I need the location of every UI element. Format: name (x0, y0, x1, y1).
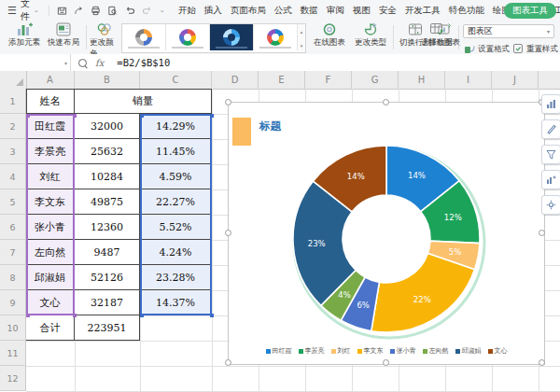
row-header-9[interactable]: 9 (0, 290, 26, 315)
column-header-A[interactable]: A (26, 71, 75, 89)
print-preview-icon[interactable] (107, 6, 118, 16)
tab-chart-tools[interactable]: 图表工具 (504, 3, 556, 19)
legend-item-李景亮[interactable]: 李景亮 (299, 346, 325, 356)
cell-value-8[interactable]: 52126 (75, 265, 140, 290)
selection-handle[interactable] (225, 230, 231, 236)
gallery-scroll[interactable]: ▴▾ (298, 23, 306, 53)
column-header-F[interactable]: F (305, 71, 352, 89)
tab-开始[interactable]: 开始 (178, 5, 196, 17)
cell-pct-2[interactable]: 14.29% (140, 114, 212, 139)
cell-total-label[interactable]: 合计 (26, 315, 75, 341)
row-header-10[interactable]: 10 (0, 315, 26, 341)
chart-element-selector[interactable]: 图表区 ▾ (463, 24, 554, 38)
donut-chart-object[interactable]: 14%12%5%22%6%4%23%14% 标题 田红霞李景亮刘红李文东张小青左… (228, 102, 545, 365)
column-header-H[interactable]: H (399, 71, 445, 89)
cell-pct-6[interactable]: 5.52% (140, 215, 212, 240)
row-header-1[interactable]: 1 (0, 89, 26, 114)
redo-icon[interactable] (142, 6, 153, 16)
cell-total-value[interactable]: 223951 (75, 315, 140, 341)
cell-pct-7[interactable]: 4.24% (140, 240, 212, 265)
save-icon[interactable] (57, 6, 67, 16)
name-box[interactable]: ▾ (0, 54, 71, 71)
quick-layout-button[interactable]: 快速布局 (45, 22, 82, 49)
legend-item-邱淑娟[interactable]: 邱淑娟 (455, 346, 482, 356)
selection-handle[interactable] (225, 359, 231, 366)
zoom-search-icon[interactable] (78, 59, 87, 67)
row-header-4[interactable]: 4 (0, 164, 26, 189)
cell-value-7[interactable]: 9487 (75, 240, 140, 265)
print-icon[interactable] (91, 6, 101, 16)
tab-开发工具[interactable]: 开发工具 (405, 5, 441, 17)
column-header-B[interactable]: B (75, 71, 140, 89)
chart-filter-button[interactable] (541, 145, 560, 164)
cell-value-3[interactable]: 25632 (75, 139, 140, 164)
tab-插入[interactable]: 插入 (204, 5, 222, 17)
chart-style-button[interactable] (541, 119, 560, 139)
gallery-up-icon[interactable]: ▴ (301, 29, 303, 35)
tab-页面布局[interactable]: 页面布局 (231, 5, 266, 17)
row-header-3[interactable]: 3 (0, 139, 26, 164)
chart-elements-button[interactable] (541, 94, 560, 114)
cell-name-4[interactable]: 刘红 (26, 164, 75, 189)
legend-item-李文东[interactable]: 李文东 (357, 346, 384, 356)
chart-title-group[interactable]: 标题 (232, 118, 281, 146)
tab-公式[interactable]: 公式 (274, 5, 292, 17)
cell-name-7[interactable]: 左向然 (26, 240, 75, 265)
cell-pct-8[interactable]: 23.28% (140, 265, 212, 290)
chart-settings-button[interactable] (541, 195, 560, 215)
chart-style-thumb-3[interactable] (210, 24, 254, 50)
column-header-I[interactable]: I (445, 71, 492, 89)
legend-item-刘红[interactable]: 刘红 (331, 346, 351, 356)
cell-value-6[interactable]: 12360 (75, 215, 140, 240)
chart-style-gallery[interactable] (121, 23, 299, 53)
tab-视图[interactable]: 视图 (353, 5, 371, 17)
chart-style-thumb-1[interactable] (122, 24, 166, 50)
chart-title[interactable]: 标题 (259, 119, 281, 133)
row-header-8[interactable]: 8 (0, 265, 26, 290)
legend-item-田红霞[interactable]: 田红霞 (266, 346, 292, 356)
cell-value-5[interactable]: 49875 (75, 189, 140, 215)
undo-icon[interactable] (124, 6, 135, 16)
cell-pct-3[interactable]: 11.45% (140, 139, 212, 164)
cell-pct-9[interactable]: 14.37% (140, 290, 212, 315)
selection-handle[interactable] (383, 359, 389, 366)
change-type-button[interactable]: 更改类型 (352, 22, 389, 49)
main-menu-icon[interactable]: ☰ (7, 5, 17, 17)
cell-value-2[interactable]: 32000 (75, 114, 140, 139)
row-header-7[interactable]: 7 (0, 240, 26, 265)
tab-安全[interactable]: 安全 (379, 5, 397, 17)
row-header-5[interactable]: 5 (0, 189, 26, 215)
fx-icon[interactable]: fx (95, 58, 104, 68)
selection-handle[interactable] (383, 99, 389, 105)
column-header-C[interactable]: C (140, 71, 212, 89)
cell-pct-5[interactable]: 22.27% (140, 189, 212, 215)
tab-审阅[interactable]: 审阅 (327, 5, 344, 17)
file-menu-caret-icon[interactable]: ⌄ (34, 7, 39, 14)
legend-item-文心[interactable]: 文心 (488, 346, 508, 356)
export-icon[interactable] (74, 6, 84, 16)
row-header-6[interactable]: 6 (0, 215, 26, 240)
column-header-J[interactable]: J (492, 71, 539, 89)
row-header-2[interactable]: 2 (0, 114, 26, 139)
legend-item-张小青[interactable]: 张小青 (390, 346, 416, 356)
column-header-G[interactable]: G (352, 71, 399, 89)
cell-name-3[interactable]: 李景亮 (26, 139, 75, 164)
chart-data-button[interactable] (541, 170, 560, 189)
cell-pct-4[interactable]: 4.59% (140, 164, 212, 189)
row-header-11[interactable]: 11 (0, 341, 26, 366)
cell-name-6[interactable]: 张小青 (26, 215, 75, 240)
qat-caret-icon[interactable]: ⌄ (160, 7, 165, 14)
cell-value-4[interactable]: 10284 (75, 164, 140, 189)
cell-value-9[interactable]: 32187 (75, 290, 140, 315)
row-header-12[interactable]: 12 (0, 366, 26, 391)
donut-segment-李文东[interactable] (371, 253, 475, 332)
online-charts-button[interactable]: 在线图表 (311, 22, 348, 49)
formula-input[interactable]: =B2/$B$10 (117, 57, 170, 68)
chart-style-thumb-2[interactable] (166, 24, 210, 50)
selection-handle[interactable] (225, 99, 231, 105)
column-header-E[interactable]: E (259, 71, 305, 89)
selection-handle[interactable] (539, 230, 545, 236)
chart-style-thumb-4[interactable] (254, 24, 298, 50)
cell-b1-sales-header[interactable]: 销量 (75, 89, 212, 114)
cell-name-5[interactable]: 李文东 (26, 189, 75, 215)
